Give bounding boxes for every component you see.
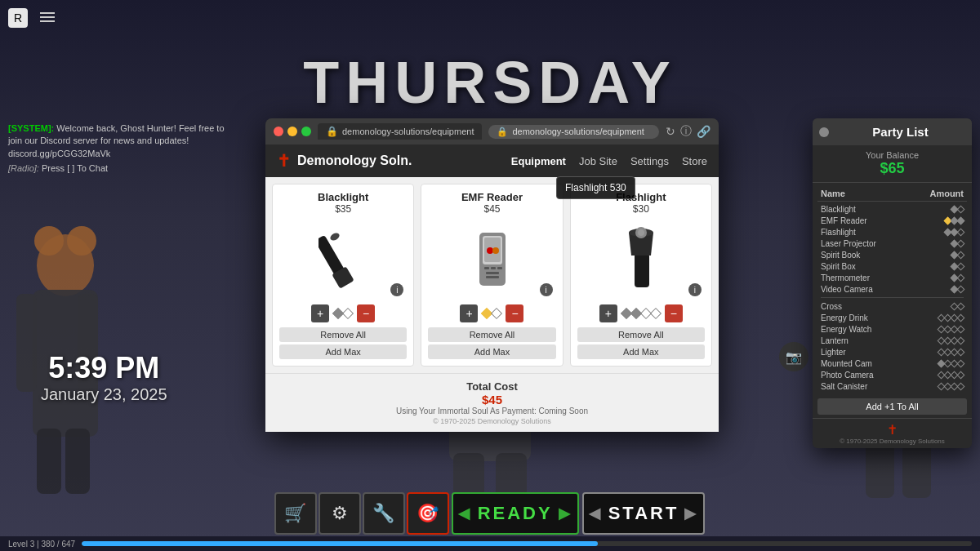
total-cost-label: Total Cost [272, 380, 712, 393]
emfreader-add-max-btn[interactable]: Add Max [428, 344, 555, 359]
flashlight-add-btn[interactable]: + [599, 304, 617, 322]
party-dots [938, 327, 964, 332]
diamond-e2 [491, 308, 502, 319]
minimize-button[interactable] [287, 127, 297, 136]
flashlight-info-btn[interactable]: i [688, 283, 702, 296]
blacklight-info-btn[interactable]: i [390, 283, 403, 296]
party-table: Name Amount Blacklight EMF Reader Flashl… [813, 183, 972, 395]
dot [957, 359, 965, 367]
nav-settings[interactable]: Settings [630, 155, 669, 167]
flashlight-qty-controls: + − [599, 304, 683, 322]
ready-label: READY [478, 503, 553, 524]
party-status-dot [819, 127, 829, 137]
col-amount-header: Amount [929, 189, 964, 198]
blacklight-qty-controls: + − [311, 304, 375, 322]
party-footer: ✝ © 1970-2025 Demonology Solutions [813, 418, 972, 448]
close-button[interactable] [274, 127, 283, 136]
party-dots [951, 304, 964, 309]
radio-text: Press [ ] To Chat [42, 163, 108, 173]
tools-button[interactable]: 🔧 [363, 492, 405, 535]
dot [957, 302, 965, 310]
emfreader-add-btn[interactable]: + [460, 304, 478, 322]
party-row-lighter: Lighter [817, 346, 967, 358]
party-row-saltcanister: Salt Canister [817, 380, 967, 392]
party-row-spiritbox: Spirit Box [817, 260, 967, 272]
top-left-icons: R [8, 8, 59, 28]
equipment-card-flashlight: Flashlight $30 i + [570, 184, 712, 367]
party-item-name: Energy Watch [821, 325, 871, 334]
level-bar-bg [82, 541, 972, 546]
flashlight-remove-btn[interactable]: − [665, 304, 683, 322]
refresh-button[interactable]: ↻ [666, 125, 675, 138]
cart-button[interactable]: 🛒 [274, 492, 317, 535]
emfreader-info-btn[interactable]: i [540, 283, 553, 296]
party-row-photocamera: Photo Camera [817, 369, 967, 380]
browser-window: 🔒 demonology-solutions/equipment 🔒 demon… [265, 118, 719, 432]
party-dots [951, 252, 964, 258]
level-text: Level 3 | 380 / 647 [8, 540, 75, 549]
dot [957, 239, 965, 247]
target-button[interactable]: 🎯 [407, 492, 449, 535]
bottom-toolbar: 🛒 ⚙ 🔧 🎯 READY START [0, 492, 980, 535]
svg-rect-12 [453, 453, 484, 498]
party-dots [951, 241, 964, 247]
party-item-name: Spirit Box [821, 262, 856, 271]
dot [957, 313, 965, 322]
url-text: demonology-solutions/equipment [512, 127, 644, 136]
tab-label: demonology-solutions/equipment [342, 127, 474, 136]
party-row-blacklight: Blacklight [817, 203, 967, 215]
blacklight-remove-btn[interactable]: − [357, 304, 375, 322]
party-row-emfreader: EMF Reader [817, 215, 967, 226]
screenshot-button[interactable]: 📷 [779, 342, 808, 371]
blacklight-image: i [279, 218, 407, 300]
party-row-flashlight: Flashlight [817, 226, 967, 238]
equipment-card-emfreader: EMF Reader $45 i [421, 184, 563, 367]
svg-rect-35 [497, 267, 502, 269]
emfreader-remove-all-btn[interactable]: Remove All [428, 327, 555, 342]
party-item-name: Lantern [821, 336, 849, 345]
chat-area: [SYSTEM]: Welcome back, Ghost Hunter! Fe… [8, 122, 237, 173]
flashlight-add-max-btn[interactable]: Add Max [577, 344, 705, 359]
ready-button[interactable]: READY [452, 492, 579, 535]
party-divider [821, 297, 964, 298]
party-add-all-btn[interactable]: Add +1 To All [817, 398, 967, 415]
radio-message: [Radio]: Press [ ] To Chat [8, 163, 237, 173]
settings-button[interactable]: ⚙ [318, 492, 361, 535]
party-row-mountedcam: Mounted Cam [817, 358, 967, 369]
party-item-name: Photo Camera [821, 371, 873, 380]
dot [957, 262, 965, 270]
flashlight-remove-all-btn[interactable]: Remove All [577, 327, 705, 342]
browser-tab[interactable]: 🔒 demonology-solutions/equipment [318, 123, 482, 140]
dot [957, 325, 965, 333]
blacklight-add-max-btn[interactable]: Add Max [279, 344, 407, 359]
party-dots [938, 349, 964, 355]
blacklight-remove-all-btn[interactable]: Remove All [279, 327, 407, 342]
dot [957, 348, 965, 356]
roblox-logo[interactable]: R [8, 8, 28, 28]
party-header: Party List [813, 118, 972, 145]
bookmark-button[interactable]: 🔗 [697, 125, 710, 138]
start-button[interactable]: START [582, 492, 706, 535]
level-bar-fill [82, 541, 598, 546]
svg-rect-4 [37, 429, 61, 494]
tab-icon: 🔒 [326, 126, 338, 137]
info-button[interactable]: ⓘ [680, 124, 692, 139]
party-item-name: Cross [821, 302, 842, 311]
menu-icon[interactable] [36, 8, 59, 28]
url-bar[interactable]: 🔒 demonology-solutions/equipment [488, 125, 659, 139]
clock-area: 5:39 PM January 23, 2025 [41, 351, 167, 404]
maximize-button[interactable] [301, 127, 311, 136]
nav-equipment[interactable]: Equipment [511, 155, 566, 167]
equipment-grid: Blacklight $35 i + − [265, 177, 719, 373]
blacklight-add-btn[interactable]: + [311, 304, 329, 322]
flashlight-actions: Remove All Add Max [577, 327, 705, 359]
party-dots [938, 338, 964, 344]
emfreader-remove-btn[interactable]: − [506, 304, 523, 322]
party-item-name: Video Camera [821, 285, 873, 294]
nav-jobsite[interactable]: Job Site [579, 155, 617, 167]
game-title: THURSDAY [0, 49, 980, 116]
nav-store[interactable]: Store [682, 155, 707, 167]
blacklight-qty-diamonds [334, 309, 352, 318]
svg-rect-38 [635, 253, 649, 287]
app-footer: Total Cost $45 Using Your Immortal Soul … [265, 373, 719, 432]
